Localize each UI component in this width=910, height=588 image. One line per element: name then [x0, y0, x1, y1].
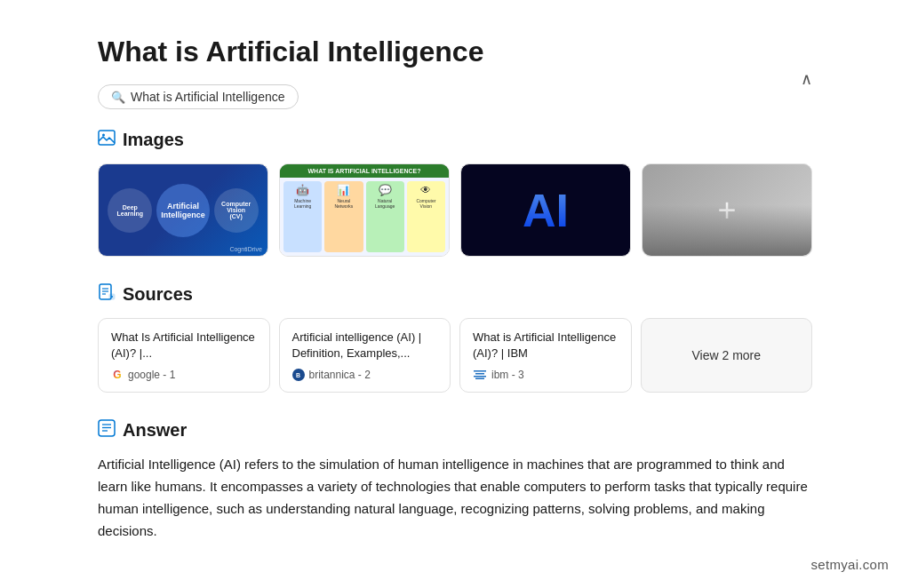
img3-ai-text: AI: [523, 184, 569, 237]
source-3-title: What is Artificial Intelligence (AI)? | …: [473, 330, 619, 362]
image-card-4[interactable]: +: [642, 163, 812, 257]
source-card-1[interactable]: What Is Artificial Intelligence (AI)? |.…: [98, 318, 270, 393]
img1-ai-label: ArtificialIntelligence: [156, 184, 210, 237]
source-card-2[interactable]: Artificial intelligence (AI) | Definitio…: [279, 318, 451, 393]
img2-col-1: 🤖 MachineLearning: [283, 181, 322, 252]
collapse-button[interactable]: ∧: [801, 69, 812, 89]
svg-rect-11: [474, 376, 486, 377]
sources-section-header: Sources: [98, 283, 812, 306]
source-1-provider: google - 1: [128, 369, 175, 381]
answer-section-header: Answer: [98, 419, 812, 441]
britannica-logo: B: [292, 369, 305, 381]
image-card-3[interactable]: AI: [460, 163, 631, 257]
search-pill-label: What is Artificial Intelligence: [131, 90, 285, 104]
sources-icon: [98, 283, 116, 306]
answer-icon: [98, 419, 116, 441]
img1-cv-label: ComputerVision(CV): [214, 188, 259, 233]
svg-point-1: [102, 134, 105, 137]
chevron-up-icon: ∧: [801, 70, 812, 88]
watermark: setmyai.com: [811, 557, 890, 572]
view-more-label: View 2 more: [691, 348, 761, 362]
images-icon: [98, 129, 116, 151]
source-3-provider: ibm - 3: [491, 369, 524, 381]
img1-deep-learning-label: DeepLearning: [108, 188, 152, 233]
svg-rect-12: [475, 378, 484, 380]
sources-grid: What Is Artificial Intelligence (AI)? |.…: [98, 318, 812, 393]
ibm-logo: [473, 369, 487, 380]
source-2-provider: britannica - 2: [309, 369, 371, 381]
img2-col-2: 📊 NeuralNetworks: [324, 181, 363, 252]
images-grid: DeepLearning ArtificialIntelligence Comp…: [98, 163, 812, 257]
source-2-meta: B britannica - 2: [292, 369, 438, 381]
img2-col-3: 💬 NaturalLanguage: [366, 181, 404, 252]
view-more-card[interactable]: View 2 more: [641, 318, 813, 393]
svg-rect-9: [474, 370, 486, 372]
answer-section: Answer Artificial Intelligence (AI) refe…: [98, 419, 812, 542]
svg-rect-10: [475, 373, 484, 375]
image-card-1[interactable]: DeepLearning ArtificialIntelligence Comp…: [98, 163, 268, 257]
answer-text: Artificial Intelligence (AI) refers to t…: [98, 454, 812, 542]
images-section-title: Images: [123, 130, 184, 150]
source-1-title: What Is Artificial Intelligence (AI)? |.…: [111, 330, 257, 362]
answer-section-title: Answer: [123, 420, 187, 441]
image-card-2[interactable]: WHAT IS ARTIFICIAL INTELLIGENCE? 🤖 Machi…: [279, 163, 450, 257]
img1-branding: CogntiDrive: [229, 246, 262, 252]
source-2-title: Artificial intelligence (AI) | Definitio…: [292, 330, 438, 362]
sources-section-title: Sources: [123, 284, 193, 305]
svg-rect-0: [99, 131, 115, 145]
search-icon: 🔍: [111, 91, 125, 104]
source-card-3[interactable]: What is Artificial Intelligence (AI)? | …: [459, 318, 632, 393]
search-pill[interactable]: 🔍 What is Artificial Intelligence: [98, 84, 299, 109]
source-3-meta: ibm - 3: [473, 369, 619, 381]
google-logo: G: [111, 369, 124, 381]
img2-col-4: 👁 ComputerVision: [407, 181, 445, 252]
page-title: What is Artificial Intelligence: [98, 36, 812, 68]
img2-header: WHAT IS ARTIFICIAL INTELLIGENCE?: [280, 164, 449, 178]
images-section-header: Images: [98, 129, 812, 151]
source-1-meta: G google - 1: [111, 369, 257, 381]
